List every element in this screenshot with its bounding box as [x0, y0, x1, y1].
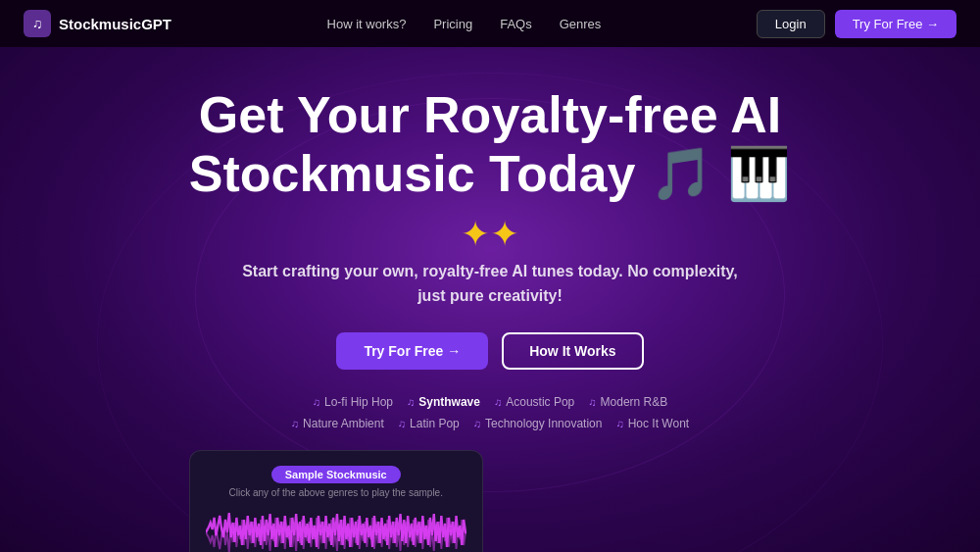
login-button[interactable]: Login [757, 10, 825, 38]
try-free-nav-button[interactable]: Try For Free → [835, 10, 956, 38]
hero-title: Get Your Royalty-free AI Stockmusic Toda… [189, 86, 792, 204]
hero-title-line2: Stockmusic Today 🎵 🎹 [189, 145, 792, 204]
music-note-icon: ♫ [494, 396, 502, 408]
hero-content: Get Your Royalty-free AI Stockmusic Toda… [189, 86, 792, 552]
music-note-icon: ♫ [398, 418, 406, 429]
brand: ♫ StockmusicGPT [24, 10, 172, 37]
music-note-icon: ♫ [588, 396, 596, 408]
genre-lo-fi[interactable]: ♫ Lo-fi Hip Hop [313, 395, 393, 409]
sparkles-icon: ✦✦ [189, 214, 792, 255]
genre-tags: ♫ Lo-fi Hip Hop ♫ Synthwave ♫ Acoustic P… [189, 395, 792, 430]
genre-row-2: ♫ Nature Ambient ♫ Latin Pop ♫ Technolog… [291, 417, 689, 430]
music-note-icon: ♫ [473, 418, 481, 429]
nav-actions: Login Try For Free → [757, 10, 956, 38]
hero-subtitle: Start crafting your own, royalty-free AI… [235, 259, 745, 309]
navbar: ♫ StockmusicGPT How it works? Pricing FA… [0, 0, 980, 47]
music-note-icon: ♫ [615, 418, 623, 429]
how-it-works-button[interactable]: How It Works [502, 332, 643, 370]
genre-row-1: ♫ Lo-fi Hip Hop ♫ Synthwave ♫ Acoustic P… [313, 395, 667, 409]
try-free-hero-button[interactable]: Try For Free → [336, 332, 488, 370]
waveform [206, 508, 466, 552]
brand-icon: ♫ [24, 10, 51, 37]
hero-title-line1: Get Your Royalty-free AI [189, 86, 792, 145]
music-note-icon: ♫ [291, 418, 299, 429]
music-note-icon: ♫ [313, 396, 320, 408]
nav-faqs[interactable]: FAQs [500, 17, 532, 31]
sample-card: Sample Stockmusic Click any of the above… [189, 450, 483, 552]
hero-section: Get Your Royalty-free AI Stockmusic Toda… [0, 47, 980, 552]
waveform-svg [206, 508, 466, 552]
genre-tech-innovation[interactable]: ♫ Technology Innovation [473, 417, 603, 430]
nav-how-it-works[interactable]: How it works? [327, 17, 407, 31]
sample-card-header: Sample Stockmusic Click any of the above… [206, 465, 466, 498]
brand-name: StockmusicGPT [59, 16, 172, 32]
genre-nature-ambient[interactable]: ♫ Nature Ambient [291, 417, 384, 430]
nav-pricing[interactable]: Pricing [433, 17, 472, 31]
sample-card-subtitle: Click any of the above genres to play th… [206, 487, 466, 498]
genre-acoustic-pop[interactable]: ♫ Acoustic Pop [494, 395, 574, 409]
sample-card-title: Sample Stockmusic [271, 466, 401, 483]
genre-modern-rnb[interactable]: ♫ Modern R&B [588, 395, 667, 409]
nav-links: How it works? Pricing FAQs Genres [327, 17, 602, 31]
genre-synthwave[interactable]: ♫ Synthwave [407, 395, 480, 409]
music-note-icon: ♫ [407, 396, 415, 408]
hero-buttons: Try For Free → How It Works [189, 332, 792, 370]
genre-latin-pop[interactable]: ♫ Latin Pop [398, 417, 460, 430]
nav-genres[interactable]: Genres [560, 17, 602, 31]
genre-hoc-it-wont[interactable]: ♫ Hoc It Wont [615, 417, 689, 430]
